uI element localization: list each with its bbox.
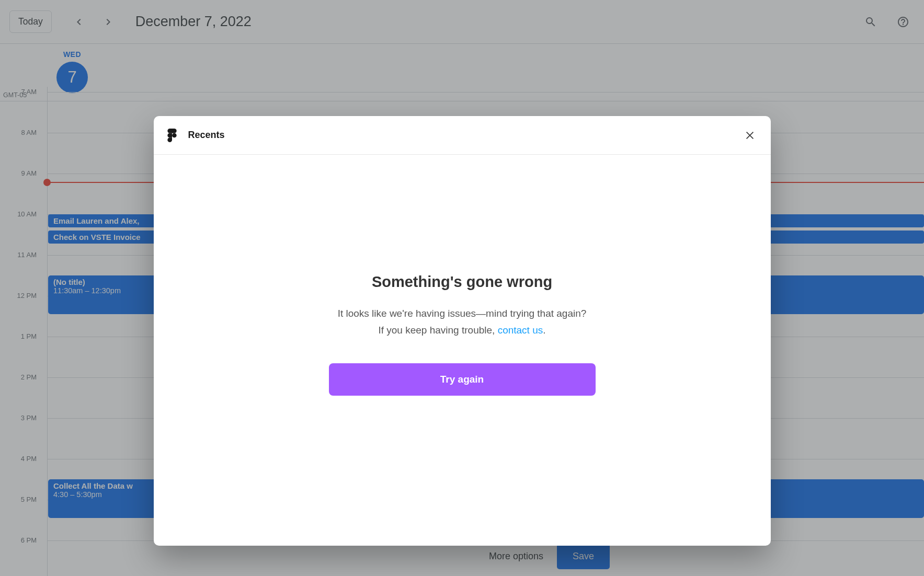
- modal-title: Recents: [188, 130, 225, 141]
- modal-body: Something's gone wrong It looks like we'…: [154, 155, 771, 546]
- error-title: Something's gone wrong: [372, 273, 552, 291]
- error-text-1: It looks like we're having issues—mind t…: [338, 308, 587, 335]
- figma-recents-modal: Recents Something's gone wrong It looks …: [154, 116, 771, 546]
- modal-overlay[interactable]: Recents Something's gone wrong It looks …: [0, 0, 924, 576]
- close-icon: [744, 130, 756, 141]
- close-button[interactable]: [743, 128, 757, 143]
- error-text-2: .: [543, 325, 545, 336]
- error-message: It looks like we're having issues—mind t…: [337, 305, 588, 338]
- try-again-button[interactable]: Try again: [329, 363, 596, 396]
- modal-header: Recents: [154, 116, 771, 155]
- figma-logo-icon: [167, 129, 177, 142]
- contact-us-link[interactable]: contact us: [498, 325, 543, 336]
- app-root: Today December 7, 2022 WED 7 GMT-05: [0, 0, 924, 576]
